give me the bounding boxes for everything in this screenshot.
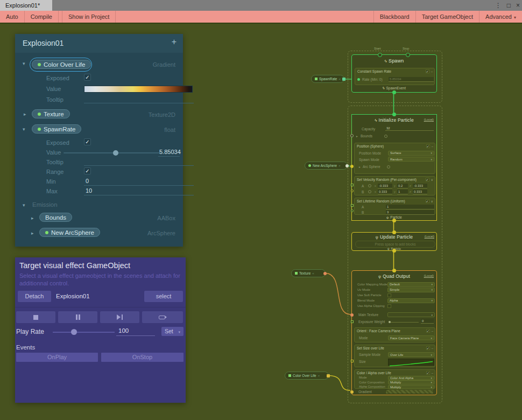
arc-sphere-expander-icon[interactable]: ▸ [359, 165, 361, 169]
rate-input-port[interactable] [357, 78, 360, 81]
velocity-b-port[interactable] [351, 190, 354, 192]
value-slider-handle[interactable] [113, 150, 118, 156]
block-collapse-icon[interactable]: – [432, 330, 433, 333]
exposed-checkbox[interactable]: ✓ [84, 74, 91, 81]
lifetime-b-port[interactable] [351, 209, 354, 212]
set-button[interactable]: Set ▾ [161, 327, 184, 336]
capacity-field[interactable]: 32 [385, 126, 434, 131]
value-field[interactable]: 5.85034 [159, 149, 181, 155]
range-checkbox[interactable]: ✓ [84, 167, 91, 174]
block-collapse-icon[interactable]: ∨ [431, 199, 433, 203]
show-in-project-button[interactable]: Show in Project [62, 11, 116, 23]
spawn-start-port[interactable] [378, 53, 382, 57]
auto-compile-toggle[interactable]: Auto [0, 11, 25, 23]
blackboard-header[interactable]: Explosion01 + [15, 34, 183, 53]
spawnevent-output-port[interactable] [392, 90, 396, 94]
target-gameobject-toggle-button[interactable]: Target GameObject [415, 11, 479, 23]
detach-button[interactable]: Detach [18, 291, 51, 302]
param-output-port[interactable] [342, 78, 345, 81]
use-soft-particle-checkbox[interactable] [387, 293, 391, 297]
size-port[interactable] [351, 360, 354, 362]
main-texture-input-port[interactable] [350, 313, 354, 317]
space-local-toggle[interactable]: (Local) [424, 118, 434, 121]
exposure-weight-port[interactable] [351, 320, 354, 323]
param-pill-new-arcsphere[interactable]: New ArcSphere [39, 228, 100, 237]
spawn-mode-dropdown[interactable]: Random▾ [388, 157, 434, 162]
tooltip-field[interactable] [84, 103, 194, 103]
collapse-icon[interactable]: < [338, 164, 341, 167]
restart-button[interactable] [142, 311, 183, 323]
lifetime-b-field[interactable]: 3 [386, 210, 434, 215]
block-enabled-checkbox[interactable]: ✓ [426, 144, 430, 148]
velocity-b-x-field[interactable]: 0.333 [378, 190, 392, 194]
param-node-new-arcsphere[interactable]: New ArcSphere < [305, 162, 348, 170]
lifetime-a-port[interactable] [351, 204, 354, 207]
position-mode-dropdown[interactable]: Surface▾ [388, 151, 434, 156]
quad-output-context-node[interactable]: ψQuad Output (Local) Color Mapping Mode … [351, 270, 437, 395]
sample-mode-dropdown[interactable]: Over Life▾ [388, 352, 434, 357]
constant-spawn-rate-block[interactable]: Constant Spawn Rate ✓ – Rate (Min: 0) 5.… [355, 68, 435, 85]
collapse-icon[interactable]: < [312, 272, 314, 275]
block-collapse-icon[interactable]: – [432, 145, 433, 148]
alpha-composition-dropdown[interactable]: Multiply▾ [388, 385, 434, 389]
param-output-port[interactable] [345, 164, 349, 167]
value-slider-track[interactable] [64, 152, 160, 153]
pause-button[interactable] [58, 311, 97, 323]
asset-tab[interactable]: Explosion01* [0, 0, 52, 11]
set-velocity-random-block[interactable]: Set Velocity Random (Per-component) ✓ ∨ … [354, 176, 435, 195]
rate-value-field[interactable]: 5.85034 [389, 77, 434, 82]
param-pill-color-over-life[interactable]: Color Over Life [32, 60, 91, 69]
block-enabled-checkbox[interactable]: ✓ [426, 346, 430, 350]
step-button[interactable] [100, 311, 139, 323]
velocity-b-y-field[interactable]: 1 [397, 190, 408, 194]
expander-icon[interactable]: ▸ [31, 230, 34, 236]
block-enabled-checkbox[interactable]: ✓ [426, 199, 429, 203]
param-output-port[interactable] [327, 374, 330, 377]
param-output-port[interactable] [323, 272, 327, 275]
position-sphere-block[interactable]: Position (Sphere) ✓ – Position Mode Surf… [354, 143, 435, 174]
edge-texture-to-maintexture[interactable] [326, 274, 350, 315]
window-maximize-icon[interactable]: □ [507, 2, 511, 9]
category-expander-icon[interactable]: ▾ [23, 202, 25, 208]
add-parameter-button[interactable]: + [172, 37, 177, 47]
update-output-port[interactable] [392, 249, 396, 253]
blend-mode-dropdown[interactable]: Alpha▾ [387, 298, 435, 303]
gradient-value-swatch[interactable] [84, 86, 193, 93]
color-mode-dropdown[interactable]: Color And Alpha▾ [388, 376, 434, 380]
param-node-texture[interactable]: Texture < [291, 269, 326, 277]
set-size-over-life-block[interactable]: Set Size over Life ✓ – Sample Mode Over … [354, 345, 435, 367]
quad-input-port[interactable] [392, 269, 396, 272]
bounds-input-port[interactable] [350, 134, 354, 137]
block-enabled-checkbox[interactable]: ✓ [426, 371, 430, 375]
uv-mode-dropdown[interactable]: Simple▾ [387, 288, 435, 292]
color-alpha-over-life-block[interactable]: Color / Alpha over Life ✓ – Mode Color A… [354, 369, 435, 389]
space-toggle-icon[interactable] [368, 190, 371, 193]
update-context-node[interactable]: ψUpdate Particle (Local) Press space to … [351, 232, 437, 251]
play-rate-slider-track[interactable] [53, 332, 115, 333]
initialize-output-port[interactable] [392, 219, 396, 222]
param-pill-spawnrate[interactable]: SpawnRate [32, 124, 81, 134]
color-composition-dropdown[interactable]: Multiply▾ [388, 380, 434, 384]
play-rate-field[interactable]: 100 [118, 327, 129, 334]
block-enabled-checkbox[interactable]: ✓ [426, 329, 430, 333]
lifetime-a-field[interactable]: 1 [386, 205, 434, 209]
exposed-checkbox[interactable]: ✓ [84, 138, 91, 145]
expander-icon[interactable]: ▾ [23, 61, 25, 66]
main-texture-field[interactable]: ▾ [387, 312, 435, 317]
collapse-icon[interactable]: < [318, 374, 320, 377]
initialize-input-port[interactable] [392, 113, 396, 116]
expander-icon[interactable]: ▸ [31, 215, 34, 221]
bounds-expander-icon[interactable]: ▸ [356, 135, 358, 138]
param-node-spawnrate[interactable]: SpawnRate < [311, 75, 344, 83]
color-mapping-mode-dropdown[interactable]: Default▾ [387, 282, 435, 287]
space-local-toggle[interactable]: (Local) [424, 274, 434, 277]
space-toggle-icon[interactable] [384, 135, 387, 138]
space-toggle-icon[interactable] [387, 165, 390, 169]
exposure-weight-field[interactable]: 0 [421, 319, 434, 324]
max-field[interactable]: 10 [86, 187, 92, 194]
block-collapse-icon[interactable]: – [431, 70, 433, 73]
velocity-b-z-field[interactable]: 0.333 [413, 190, 427, 194]
gradient-field[interactable] [385, 389, 434, 394]
param-pill-bounds[interactable]: Bounds [39, 213, 72, 222]
compile-button[interactable]: Compile [25, 11, 59, 23]
